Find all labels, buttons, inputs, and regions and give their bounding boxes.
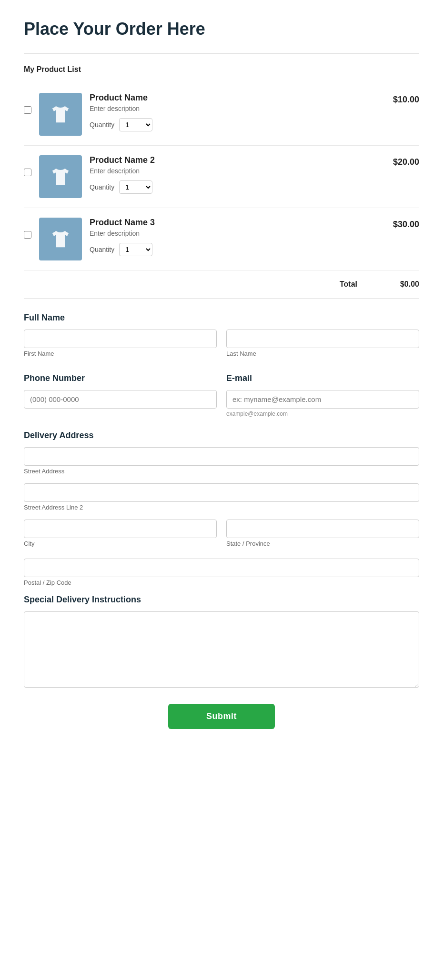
product-price-1: $10.00 (393, 93, 419, 105)
product-quantity-row-3: Quantity12345678910 (90, 243, 385, 256)
street-address-label: Street Address (24, 468, 419, 475)
city-state-row: City State / Province (24, 520, 419, 556)
product-checkbox-1[interactable] (24, 106, 31, 114)
divider-top (24, 53, 419, 54)
total-row: Total $0.00 (24, 270, 419, 299)
street-address2-input[interactable] (24, 483, 419, 502)
total-label: Total (340, 280, 357, 289)
state-label: State / Province (226, 540, 419, 547)
email-group: E-mail example@example.com (226, 369, 419, 417)
street-address-group: Street Address (24, 447, 419, 475)
product-list-section: My Product List Product NameEnter descri… (24, 65, 419, 299)
phone-group: Phone Number (24, 369, 217, 417)
product-name-1: Product Name (90, 93, 385, 103)
first-name-group: First Name (24, 330, 217, 357)
product-quantity-row-1: Quantity12345678910 (90, 118, 385, 131)
last-name-input[interactable] (226, 330, 419, 348)
product-price-3: $30.00 (393, 218, 419, 230)
product-description-3: Enter description (90, 230, 385, 237)
first-name-input[interactable] (24, 330, 217, 348)
product-name-2: Product Name 2 (90, 155, 385, 165)
quantity-select-2[interactable]: 12345678910 (119, 180, 152, 194)
product-name-3: Product Name 3 (90, 218, 385, 228)
product-info-1: Product NameEnter descriptionQuantity123… (90, 93, 385, 131)
submit-button[interactable]: Submit (168, 704, 275, 729)
email-input[interactable] (226, 390, 419, 409)
city-label: City (24, 540, 217, 547)
delivery-title: Delivery Address (24, 430, 419, 440)
phone-title: Phone Number (24, 373, 217, 383)
special-instructions-section: Special Delivery Instructions (24, 595, 419, 690)
product-price-2: $20.00 (393, 155, 419, 167)
product-description-1: Enter description (90, 105, 385, 112)
product-item-1: Product NameEnter descriptionQuantity123… (24, 83, 419, 146)
special-instructions-input[interactable] (24, 611, 419, 688)
street-address-input[interactable] (24, 447, 419, 466)
full-name-section: Full Name First Name Last Name (24, 313, 419, 366)
last-name-label: Last Name (226, 350, 419, 357)
street-address2-label: Street Address Line 2 (24, 504, 419, 511)
city-group: City (24, 520, 217, 547)
quantity-select-1[interactable]: 12345678910 (119, 118, 152, 131)
last-name-group: Last Name (226, 330, 419, 357)
state-group: State / Province (226, 520, 419, 547)
product-items-container: Product NameEnter descriptionQuantity123… (24, 83, 419, 270)
phone-email-row: Phone Number E-mail example@example.com (24, 369, 419, 426)
special-instructions-title: Special Delivery Instructions (24, 595, 419, 605)
product-info-3: Product Name 3Enter descriptionQuantity1… (90, 218, 385, 256)
product-image-2 (39, 155, 82, 198)
total-value: $0.00 (386, 280, 419, 289)
product-description-2: Enter description (90, 167, 385, 175)
full-name-title: Full Name (24, 313, 419, 323)
product-checkbox-3[interactable] (24, 231, 31, 239)
product-checkbox-2[interactable] (24, 169, 31, 176)
product-list-title: My Product List (24, 65, 419, 74)
quantity-select-3[interactable]: 12345678910 (119, 243, 152, 256)
street-address2-group: Street Address Line 2 (24, 483, 419, 511)
product-image-3 (39, 218, 82, 260)
email-hint: example@example.com (226, 410, 419, 417)
full-name-row: First Name Last Name (24, 330, 419, 366)
phone-input[interactable] (24, 390, 217, 409)
quantity-label-2: Quantity (90, 183, 114, 191)
product-item-2: Product Name 2Enter descriptionQuantity1… (24, 146, 419, 208)
postal-label: Postal / Zip Code (24, 579, 419, 586)
postal-input[interactable] (24, 559, 419, 577)
product-info-2: Product Name 2Enter descriptionQuantity1… (90, 155, 385, 194)
first-name-label: First Name (24, 350, 217, 357)
product-quantity-row-2: Quantity12345678910 (90, 180, 385, 194)
product-image-1 (39, 93, 82, 136)
city-input[interactable] (24, 520, 217, 538)
state-input[interactable] (226, 520, 419, 538)
postal-group: Postal / Zip Code (24, 559, 419, 586)
email-title: E-mail (226, 373, 419, 383)
quantity-label-1: Quantity (90, 121, 114, 129)
delivery-address-section: Delivery Address Street Address Street A… (24, 430, 419, 586)
product-item-3: Product Name 3Enter descriptionQuantity1… (24, 208, 419, 270)
quantity-label-3: Quantity (90, 246, 114, 253)
page-title: Place Your Order Here (24, 19, 419, 39)
